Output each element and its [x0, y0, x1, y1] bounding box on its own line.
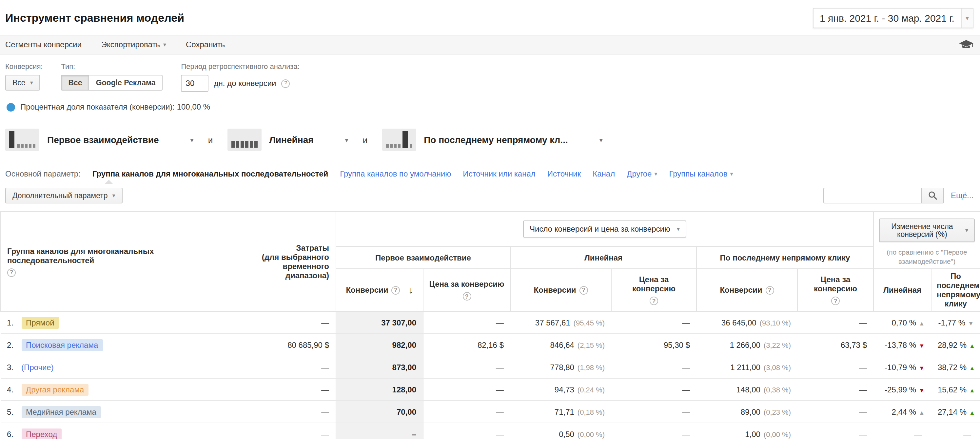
- conversions-linear-header[interactable]: Конверсии: [510, 269, 611, 312]
- spend-column-header[interactable]: Затраты (для выбранного временного диапа…: [235, 212, 336, 312]
- cell-change-linear: 0,70 %: [873, 312, 931, 334]
- cell-change-last: -1,77 %: [931, 312, 980, 334]
- last-non-direct-click-model-icon: [382, 129, 416, 151]
- search-input[interactable]: [824, 188, 922, 203]
- help-icon[interactable]: [766, 286, 774, 295]
- type-filter: Тип: Все Google Реклама: [61, 62, 162, 92]
- cell-spend: 80 685,90 $: [235, 334, 336, 356]
- dimension-mcf-channel-grouping-selected[interactable]: Группа каналов для многоканальных послед…: [92, 169, 328, 179]
- dimension-source-medium[interactable]: Источник или канал: [463, 169, 536, 179]
- cell-conversions-first: 873,00: [336, 356, 423, 378]
- change-selector-cell: Изменение числа конверсий (%) ▾ (по срав…: [873, 212, 980, 269]
- model-comparison-table: Группа каналов для многоканальных послед…: [0, 211, 980, 439]
- help-icon[interactable]: [579, 286, 588, 295]
- date-range-picker[interactable]: 1 янв. 2021 г. - 30 мар. 2021 г. ▾: [813, 8, 974, 28]
- dimension-medium[interactable]: Канал: [593, 169, 615, 179]
- dimension-channel-groups-dropdown[interactable]: Группы каналов ▾: [669, 169, 733, 179]
- toolbar: Сегменты конверсии Экспортировать ▾ Сохр…: [0, 35, 980, 54]
- value-share-pct: (1,98 %): [578, 364, 605, 371]
- change-last-header[interactable]: По последнему непрямому клику: [931, 269, 980, 312]
- metric-selector-cell: Число конверсий и цена за конверсию ▾: [336, 212, 873, 246]
- type-option-google-ads[interactable]: Google Реклама: [89, 75, 163, 91]
- channel-header-label: Группа каналов для многоканальных послед…: [7, 246, 229, 265]
- cpa-header-label: Цена за конверсию: [429, 280, 504, 289]
- save-label: Сохранить: [186, 40, 225, 49]
- change-value: -1,77 %: [938, 318, 965, 327]
- cpa-last-header[interactable]: Цена за конверсию: [797, 269, 873, 312]
- value: 1 211,00: [730, 363, 760, 372]
- dimension-source[interactable]: Источник: [547, 169, 581, 179]
- change-arrow-icon: [919, 407, 924, 417]
- sort-descending-icon[interactable]: ↓: [409, 285, 413, 295]
- help-icon[interactable]: [7, 268, 16, 276]
- model-selector-first-interaction[interactable]: Первое взаимодействие ▾: [5, 129, 194, 151]
- cpa-first-header[interactable]: Цена за конверсию: [423, 269, 510, 312]
- help-icon[interactable]: [282, 79, 290, 88]
- cpa-header-label: Цена за конверсию: [803, 275, 868, 294]
- spend-header-line1: Затраты: [240, 243, 329, 252]
- export-button[interactable]: Экспортировать ▾: [101, 40, 166, 49]
- selected-dimension-caret: [105, 180, 113, 184]
- model-label: По последнему непрямому кл...: [424, 134, 568, 145]
- secondary-dimension-button[interactable]: Дополнительный параметр ▾: [5, 188, 123, 203]
- conversion-selected-value: Все: [13, 79, 25, 86]
- value: 71,71: [555, 407, 574, 417]
- export-label: Экспортировать: [101, 40, 160, 49]
- channel-label: Переход: [21, 428, 62, 439]
- change-value: 27,14 %: [938, 407, 967, 417]
- value-share-pct: (3,08 %): [764, 364, 791, 371]
- change-metric-value: Изменение числа конверсий (%): [886, 222, 959, 238]
- chevron-down-icon: ▾: [191, 136, 194, 144]
- conversions-last-header[interactable]: Конверсии: [697, 269, 797, 312]
- change-arrow-icon: [969, 385, 975, 394]
- dimension-other-dropdown[interactable]: Другое ▾: [627, 169, 657, 179]
- lookback-days-input[interactable]: [181, 75, 209, 92]
- channel-label: Медийная реклама: [21, 406, 101, 418]
- cell-conversions-linear: 778,80(1,98 %): [510, 356, 611, 378]
- cell-spend: —: [235, 423, 336, 439]
- cell-cpa-first: —: [423, 378, 510, 401]
- cpa-linear-header[interactable]: Цена за конверсию: [611, 269, 697, 312]
- metric-selector-dropdown[interactable]: Число конверсий и цена за конверсию ▾: [523, 220, 686, 238]
- advanced-search-link[interactable]: Ещё...: [951, 191, 974, 200]
- help-icon[interactable]: [392, 286, 400, 295]
- primary-dimension-label: Основной параметр:: [5, 169, 81, 179]
- cell-conversions-first: 37 307,00: [336, 312, 423, 334]
- value: 778,80: [550, 363, 574, 372]
- help-icon[interactable]: [831, 297, 840, 305]
- search-icon: [929, 191, 938, 200]
- search-button[interactable]: [922, 188, 944, 203]
- conversion-segments-button[interactable]: Сегменты конверсии: [5, 40, 82, 49]
- conversion-label: Конверсия:: [5, 62, 43, 70]
- cell-cpa-last: 63,73 $: [797, 334, 873, 356]
- model-label: Первое взаимодействие: [47, 134, 159, 145]
- channel-column-header[interactable]: Группа каналов для многоканальных послед…: [0, 212, 235, 312]
- cell-change-linear: -13,78 %: [873, 334, 931, 356]
- help-icon[interactable]: [463, 292, 471, 301]
- dimension-default-channel-grouping[interactable]: Группа каналов по умолчанию: [340, 169, 451, 179]
- cell-cpa-first: —: [423, 423, 510, 439]
- cell-change-last: 28,92 %: [931, 334, 980, 356]
- change-linear-header[interactable]: Линейная: [873, 269, 931, 312]
- cell-cpa-first: —: [423, 356, 510, 378]
- lookback-filter: Период ретроспективного анализа: дн. до …: [181, 62, 299, 92]
- help-icon[interactable]: [650, 297, 658, 305]
- conversions-header-label: Конверсии: [346, 286, 388, 295]
- change-arrow-icon: [969, 340, 975, 350]
- lookback-label: Период ретроспективного анализа:: [181, 62, 299, 70]
- academy-graduation-cap-icon[interactable]: [959, 40, 974, 49]
- conversion-select[interactable]: Все ▾: [5, 75, 40, 91]
- cell-conversions-last: 148,00(0,38 %): [697, 378, 797, 401]
- model-selector-last-non-direct-click[interactable]: По последнему непрямому кл... ▾: [382, 129, 603, 151]
- value-share-pct: (0,00 %): [764, 431, 791, 438]
- cell-change-linear: -10,79 %: [873, 356, 931, 378]
- change-metric-dropdown[interactable]: Изменение числа конверсий (%) ▾: [879, 219, 975, 242]
- table-search: Ещё...: [824, 188, 974, 203]
- save-button[interactable]: Сохранить: [186, 40, 225, 49]
- conversions-first-header[interactable]: Конверсии ↓: [336, 269, 423, 312]
- cell-conversions-linear: 94,73(0,24 %): [510, 378, 611, 401]
- model-selector-linear[interactable]: Линейная ▾: [227, 129, 348, 151]
- type-option-all[interactable]: Все: [61, 75, 89, 91]
- conversions-header-label: Конверсии: [720, 286, 762, 295]
- table-row: 6.Переход — – — 0,50(0,00 %) — 1,00(0,00…: [0, 423, 980, 439]
